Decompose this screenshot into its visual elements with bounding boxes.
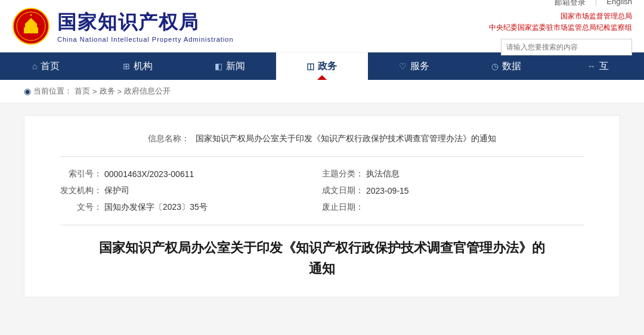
index-label: 索引号： [60,169,102,179]
nav-item-affairs[interactable]: ◫ 政务 [276,52,368,80]
logo-text-area: 国家知识产权局 China National Intellectual Prop… [57,10,234,43]
breadcrumb-affairs[interactable]: 政务 [100,86,115,97]
docno-label: 文号： [60,202,102,213]
nav-label-news: 新闻 [226,60,245,73]
english-link[interactable]: English [606,0,632,8]
logo-emblem: 国徽 [12,7,50,45]
info-cell-docno: 文号： 国知办发保字〔2023〕35号 [60,202,322,213]
breadcrumb-home[interactable]: 首页 [75,86,90,97]
svg-text:国徽: 国徽 [28,33,35,36]
docno-value: 国知办发保字〔2023〕35号 [104,202,208,213]
breadcrumb-sep-1: > [92,87,97,96]
top-links: 邮箱登录 | English [555,0,632,8]
svg-rect-3 [25,24,37,28]
separator-bottom [60,225,584,225]
nav-label-affairs: 政务 [318,60,337,73]
info-cell-topic: 主题分类： 执法信息 [322,169,584,179]
org-value: 保护司 [104,185,129,196]
info-row-3: 文号： 国知办发保字〔2023〕35号 废止日期： [60,202,584,213]
index-value: 00001463X/2023-00611 [104,169,194,179]
external-link-2[interactable]: 中央纪委国家监委驻市场监管总局纪检监察组 [489,23,632,33]
date-value: 2023-09-15 [366,186,409,196]
nav-item-home[interactable]: ⌂ 首页 [0,52,92,80]
external-links: 国家市场监督管理总局 中央纪委国家监委驻市场监管总局纪检监察组 [489,11,632,33]
external-link-1[interactable]: 国家市场监督管理总局 [561,11,632,21]
breadcrumb-location-icon: ◉ [24,86,31,96]
info-cell-index: 索引号： 00001463X/2023-00611 [60,169,322,179]
nav-label-more: 互 [599,60,609,73]
home-icon: ⌂ [32,61,37,71]
topic-value: 执法信息 [366,169,400,179]
info-fields: 索引号： 00001463X/2023-00611 主题分类： 执法信息 发文机… [60,169,584,213]
date-label: 成文日期： [322,185,364,196]
expire-label: 废止日期： [322,202,364,213]
info-title-row: 信息名称： 国家知识产权局办公室关于印发《知识产权行政保护技术调查官管理办法》的… [60,134,584,144]
nav-label-home: 首页 [41,60,60,73]
info-row-2: 发文机构： 保护司 成文日期： 2023-09-15 [60,185,584,196]
info-cell-date: 成文日期： 2023-09-15 [322,185,584,196]
info-title-label: 信息名称： [148,134,190,143]
org-label: 发文机构： [60,185,102,196]
logo-area: 国徽 国家知识产权局 China National Intellectual P… [12,7,234,45]
logo-en-title: China National Intellectual Property Adm… [57,36,234,43]
info-cell-expire: 废止日期： [322,202,584,213]
nav-item-data[interactable]: ◷ 数据 [460,52,552,80]
institutions-icon: ⊞ [123,61,130,71]
separator-top [60,156,584,157]
nav-item-institutions[interactable]: ⊞ 机构 [92,52,184,80]
info-title-value: 国家知识产权局办公室关于印发《知识产权行政保护技术调查官管理办法》的通知 [196,134,496,143]
divider: | [595,0,597,8]
breadcrumb-bar: ◉ 当前位置： 首页 > 政务 > 政府信息公开 [0,80,644,103]
affairs-icon: ◫ [306,61,314,71]
nav-item-news[interactable]: ◧ 新闻 [184,52,276,80]
mail-login-link[interactable]: 邮箱登录 [555,0,586,8]
top-bar: 国徽 国家知识产权局 China National Intellectual P… [0,0,644,52]
logo-cn-title: 国家知识产权局 [57,10,234,36]
nav-label-services: 服务 [410,60,429,73]
top-right-area: 邮箱登录 | English 国家市场监督管理总局 中央纪委国家监委驻市场监管总… [489,0,632,55]
doc-title-line1: 国家知识产权局办公室关于印发《知识产权行政保护技术调查官管理办法》的 [60,237,584,258]
nav-item-services[interactable]: ♡ 服务 [368,52,460,80]
nav-label-institutions: 机构 [134,60,153,73]
topic-label: 主题分类： [322,169,364,179]
breadcrumb-sep-2: > [117,87,122,96]
breadcrumb-prefix: 当前位置： [33,86,72,97]
nav-label-data: 数据 [502,60,521,73]
content-area: 信息名称： 国家知识产权局办公室关于印发《知识产权行政保护技术调查官管理办法》的… [24,115,620,297]
more-icon: ↔ [587,61,596,71]
doc-title-line2: 通知 [60,258,584,279]
breadcrumb-current: 政府信息公开 [124,86,171,97]
nav-item-more[interactable]: ↔ 互 [552,52,644,80]
nav-bar: ⌂ 首页 ⊞ 机构 ◧ 新闻 ◫ 政务 ♡ 服务 ◷ 数据 ↔ 互 [0,52,644,80]
info-row-1: 索引号： 00001463X/2023-00611 主题分类： 执法信息 [60,169,584,179]
document-title: 国家知识产权局办公室关于印发《知识产权行政保护技术调查官管理办法》的 通知 [60,237,584,279]
info-cell-org: 发文机构： 保护司 [60,185,322,196]
services-icon: ♡ [399,61,407,71]
data-icon: ◷ [491,61,499,71]
news-icon: ◧ [215,61,222,71]
